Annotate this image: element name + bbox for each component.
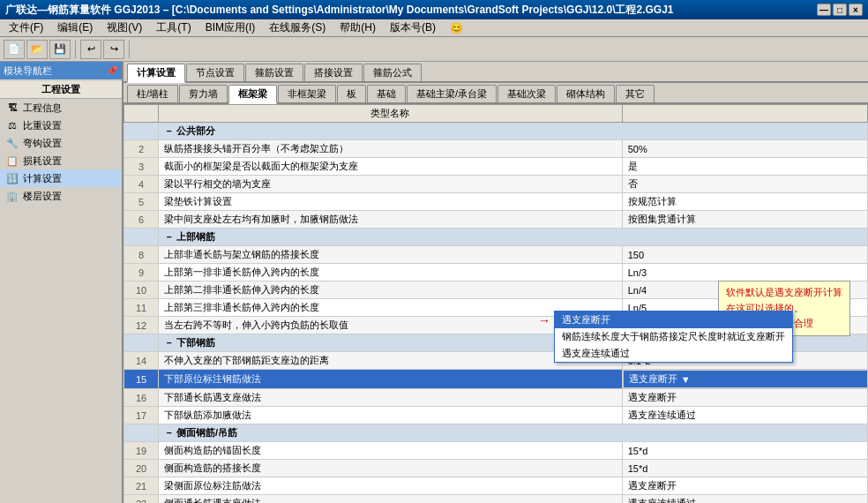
sidebar-item-floor[interactable]: 🏢 楼层设置 <box>0 187 122 205</box>
row-type-name: 截面小的框架梁是否以截面大的框架梁为支座 <box>159 158 623 176</box>
row-value[interactable]: 按图集贯通计算 <box>622 211 867 229</box>
row-type-name: 侧面构造筋的锚固长度 <box>159 442 623 460</box>
table-row[interactable]: 16下部通长筋遇支座做法遇支座断开 <box>124 389 868 407</box>
table-row[interactable]: 15下部原位标注钢筋做法遇支座断开 ▼ <box>124 370 868 389</box>
row-type-name: 上部第二排非通长筋伸入跨内的长度 <box>159 282 623 299</box>
row-value[interactable]: 15*d <box>622 442 867 460</box>
row-type-name: 下部纵筋添加腋做法 <box>159 407 623 424</box>
sidebar-title: 模块导航栏 <box>4 64 52 78</box>
table-row[interactable]: 2纵筋搭接接头锚开百分率（不考虑架立筋）50% <box>124 140 868 158</box>
table-row[interactable]: － 公共部分 <box>124 123 868 140</box>
tab-slab[interactable]: 板 <box>337 85 366 102</box>
toolbar-separator-1 <box>75 41 76 58</box>
row-number: 11 <box>124 299 159 317</box>
table-row[interactable]: 19侧面构造筋的锚固长度15*d <box>124 442 868 460</box>
row-value[interactable]: 否 <box>622 176 867 193</box>
arrow-indicator: → <box>538 313 550 327</box>
row-value[interactable]: 遇支座连续通过 <box>622 407 867 424</box>
col-value-header <box>622 105 867 123</box>
row-value[interactable]: 150 <box>622 246 867 264</box>
table-row[interactable]: － 上部钢筋 <box>124 229 868 246</box>
save-button[interactable]: 💾 <box>49 40 71 59</box>
table-row[interactable]: 6梁中间支座处左右均有加腋时，加腋钢筋做法按图集贯通计算 <box>124 211 868 229</box>
tab-support-settings[interactable]: 搭接设置 <box>304 64 363 81</box>
table-row[interactable]: 3截面小的框架梁是否以截面大的框架梁为支座是 <box>124 158 868 176</box>
dropdown-item-continue[interactable]: 遇支座连续通过 <box>555 345 792 362</box>
tab-rebar-settings[interactable]: 箍筋设置 <box>245 64 303 81</box>
menu-view[interactable]: 视图(V) <box>101 19 147 36</box>
table-row[interactable]: 8上部非通长筋与架立钢筋的搭接长度150 <box>124 246 868 264</box>
sidebar-item-compare[interactable]: ⚖ 比重设置 <box>0 116 122 134</box>
sidebar-label-compare: 比重设置 <box>23 119 62 132</box>
row-number: 21 <box>124 477 159 495</box>
compare-icon: ⚖ <box>5 118 19 132</box>
new-button[interactable]: 📄 <box>4 40 25 59</box>
undo-button[interactable]: ↩ <box>80 40 101 59</box>
row-type-name: 梁以平行相交的墙为支座 <box>159 176 623 193</box>
row-value[interactable]: 遇支座断开 <box>622 477 867 495</box>
menu-version[interactable]: 版本号(B) <box>385 19 441 36</box>
row-value[interactable]: 遇支座连续通过 <box>622 495 867 504</box>
table-row[interactable]: 22侧面通长筋遇支座做法遇支座连续通过 <box>124 495 868 504</box>
tab-other[interactable]: 其它 <box>616 85 655 102</box>
close-button[interactable]: × <box>849 4 863 16</box>
row-value[interactable]: 遇支座断开 <box>622 389 867 407</box>
table-row[interactable]: 5梁垫铁计算设置按规范计算 <box>124 193 868 211</box>
tab-masonry[interactable]: 砌体结构 <box>557 85 615 102</box>
menu-edit[interactable]: 编辑(E) <box>52 19 98 36</box>
maximize-button[interactable]: □ <box>833 4 847 16</box>
sidebar-label-bend: 弯钩设置 <box>23 137 62 150</box>
sidebar-item-project-info[interactable]: 🏗 工程信息 <box>0 99 122 116</box>
row-value[interactable]: Ln/3 <box>622 264 867 282</box>
open-button[interactable]: 📂 <box>26 40 48 59</box>
table-row[interactable]: － 侧面钢筋/吊筋 <box>124 424 868 442</box>
sidebar-item-calc[interactable]: 🔢 计算设置 <box>0 169 122 187</box>
tab-non-frame[interactable]: 非框架梁 <box>278 85 336 102</box>
row-value[interactable]: 是 <box>622 158 867 176</box>
loss-icon: 📋 <box>5 154 19 168</box>
row-type-name: － 上部钢筋 <box>159 229 868 246</box>
row-type-name: 梁侧面原位标注筋做法 <box>159 477 623 495</box>
sidebar-pin-icon[interactable]: 📌 <box>106 65 118 77</box>
row-value[interactable]: 遇支座断开 ▼ <box>623 370 868 388</box>
row-number <box>124 229 159 246</box>
tab-calc-settings[interactable]: 计算设置 <box>127 64 185 83</box>
sidebar-item-bend[interactable]: 🔧 弯钩设置 <box>0 134 122 152</box>
row-number: 15 <box>124 370 159 389</box>
tab-foundation[interactable]: 基础 <box>367 85 406 102</box>
table-row[interactable]: 20侧面构造筋的搭接长度15*d <box>124 460 868 477</box>
table-row[interactable]: 17下部纵筋添加腋做法遇支座连续通过 <box>124 407 868 424</box>
dropdown-item-break[interactable]: 遇支座断开 <box>555 312 792 328</box>
sidebar-header: 模块导航栏 📌 <box>0 62 122 79</box>
dropdown-popup[interactable]: 遇支座断开 钢筋连续长度大于钢筋搭接定尺长度时就近支座断开 遇支座连续通过 <box>554 311 793 363</box>
minimize-button[interactable]: — <box>817 4 831 16</box>
row-type-name: 侧面通长筋遇支座做法 <box>159 495 623 504</box>
tab-shear-wall[interactable]: 剪力墙 <box>179 85 228 102</box>
tab-main-beam[interactable]: 基础主梁/承台梁 <box>407 85 497 102</box>
row-value[interactable]: 15*d <box>622 460 867 477</box>
menu-bim[interactable]: BIM应用(I) <box>200 19 261 36</box>
sidebar-item-loss[interactable]: 📋 损耗设置 <box>0 152 122 169</box>
dropdown-arrow-icon[interactable]: ▼ <box>681 374 691 385</box>
tab-rebar-formula[interactable]: 箍筋公式 <box>363 64 422 81</box>
row-value[interactable]: 50% <box>622 140 867 158</box>
sidebar-label-loss: 损耗设置 <box>23 154 62 168</box>
menu-file[interactable]: 文件(F) <box>4 19 49 36</box>
menu-tools[interactable]: 工具(T) <box>151 19 196 36</box>
dropdown-item-break-desc[interactable]: 钢筋连续长度大于钢筋搭接定尺长度时就近支座断开 <box>555 328 792 345</box>
table-row[interactable]: 9上部第一排非通长筋伸入跨内的长度Ln/3 <box>124 264 868 282</box>
toolbar-separator-2 <box>129 41 130 58</box>
tab-frame-beam[interactable]: 框架梁 <box>228 85 277 104</box>
tab-sec-beam[interactable]: 基础次梁 <box>498 85 556 102</box>
row-type-name: － 公共部分 <box>159 123 868 140</box>
menu-online[interactable]: 在线服务(S) <box>264 19 331 36</box>
row-value[interactable]: 按规范计算 <box>622 193 867 211</box>
row-type-name: 上部第三排非通长筋伸入跨内的长度 <box>159 299 623 317</box>
tab-node-settings[interactable]: 节点设置 <box>186 64 244 81</box>
table-row[interactable]: 4梁以平行相交的墙为支座否 <box>124 176 868 193</box>
redo-button[interactable]: ↪ <box>103 40 124 59</box>
table-row[interactable]: 21梁侧面原位标注筋做法遇支座断开 <box>124 477 868 495</box>
menu-help[interactable]: 帮助(H) <box>334 19 381 36</box>
tab-col-wall[interactable]: 柱/墙柱 <box>127 85 178 102</box>
row-number: 19 <box>124 442 159 460</box>
